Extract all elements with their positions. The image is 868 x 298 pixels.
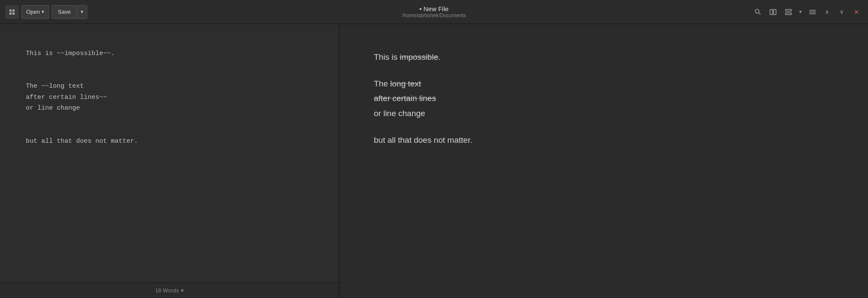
save-label: Save [58, 9, 71, 15]
search-button[interactable] [751, 6, 764, 18]
document-path: /home/abhishek/Documents [402, 12, 466, 18]
editor-line-5: but all that does not matter. [26, 138, 138, 145]
svg-line-5 [758, 13, 760, 15]
preview-p2-strikethrough1: long text [390, 79, 421, 88]
document-title: • New File [419, 5, 449, 12]
preview-p2-strikethrough2: after certain lines [374, 94, 436, 103]
svg-rect-7 [773, 9, 776, 15]
editor-textarea[interactable]: This is ~~impossible~~. The ~~long text … [0, 24, 339, 283]
save-dropdown-button[interactable]: ▾ [77, 5, 87, 19]
svg-rect-2 [9, 12, 12, 15]
word-count-label: 18 Words [155, 287, 179, 294]
save-button-group: Save ▾ [52, 5, 88, 19]
view-dropdown-icon: ▾ [799, 9, 802, 15]
split-view-button[interactable] [766, 6, 780, 18]
preview-p3-text: but all that does not matter. [374, 135, 472, 144]
svg-rect-0 [9, 9, 12, 12]
svg-rect-6 [770, 9, 773, 15]
close-button[interactable]: ✕ [850, 6, 863, 18]
word-count-dropdown-icon: ▾ [181, 287, 184, 294]
editor-line-4: or line change [26, 104, 80, 112]
editor-line-3: after certain lines~~ [26, 94, 107, 101]
preview-paragraph-1: This is impossible. [374, 50, 834, 65]
view-options-button[interactable] [782, 6, 795, 18]
svg-rect-8 [785, 9, 792, 11]
toolbar-left: Open ▾ Save ▾ [5, 5, 87, 19]
preview-p1-text1: This is [374, 52, 400, 61]
preview-content: This is impossible. The long text after … [339, 24, 868, 298]
editor-line-1: This is ~~impossible~~. [26, 50, 115, 57]
svg-rect-3 [12, 12, 15, 15]
preview-p2-text2: or line change [374, 109, 425, 118]
close-icon: ✕ [854, 8, 859, 16]
svg-rect-9 [785, 13, 792, 15]
header-center: • New File /home/abhishek/Documents [402, 5, 466, 18]
editor-line-2: The ~~long text [26, 83, 84, 90]
preview-pane: This is impossible. The long text after … [339, 24, 868, 298]
chevron-up-icon: ∧ [825, 9, 829, 15]
collapse-down-button[interactable]: ∨ [835, 6, 848, 18]
toolbar-right: ▾ ∧ ∨ ✕ [751, 6, 863, 18]
open-button-group: Open ▾ [21, 5, 49, 19]
open-label: Open [26, 9, 40, 15]
menu-button[interactable] [806, 6, 819, 18]
chevron-down-icon: ∨ [840, 9, 844, 15]
preview-p1-text2: . [438, 52, 440, 61]
preview-paragraph-2: The long text after certain lines or lin… [374, 77, 834, 121]
header-toolbar: Open ▾ Save ▾ • New File /home/abhishek/… [0, 0, 868, 24]
collapse-up-button[interactable]: ∧ [821, 6, 834, 18]
editor-pane: This is ~~impossible~~. The ~~long text … [0, 24, 339, 298]
app-icon-button[interactable] [5, 5, 19, 19]
save-button[interactable]: Save [52, 5, 77, 19]
main-content: This is ~~impossible~~. The ~~long text … [0, 24, 868, 298]
open-dropdown-icon: ▾ [42, 9, 44, 15]
editor-footer[interactable]: 18 Words ▾ [0, 283, 339, 298]
preview-paragraph-3: but all that does not matter. [374, 133, 834, 147]
open-button[interactable]: Open ▾ [21, 5, 49, 19]
preview-p1-strikethrough: impossible [400, 52, 438, 61]
view-dropdown-button[interactable]: ▾ [797, 6, 804, 18]
preview-p2-text1: The [374, 79, 390, 88]
svg-rect-1 [12, 9, 15, 12]
